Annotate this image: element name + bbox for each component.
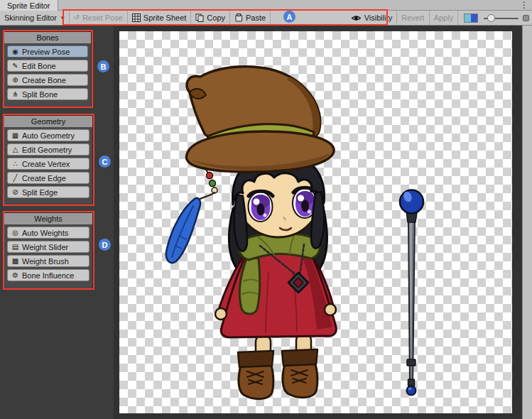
visibility-eye-icon xyxy=(351,14,362,22)
auto-weights-icon: ◎ xyxy=(11,229,19,236)
reset-pose-icon: ↺ xyxy=(74,14,80,21)
bones-panel-title: Bones xyxy=(4,32,91,43)
swatch-color-a xyxy=(465,14,471,22)
split-edge-button[interactable]: ⊘ Split Edge xyxy=(7,186,89,198)
skinning-editor-dropdown[interactable]: Skinning Editor ▾ xyxy=(0,11,70,25)
auto-geometry-label: Auto Geometry xyxy=(22,131,75,140)
edit-bone-icon: ✎ xyxy=(11,62,19,70)
visibility-label: Visibility xyxy=(364,13,393,22)
geometry-panel-buttons: ▦ Auto Geometry △ Edit Geometry ∴ Create… xyxy=(4,127,92,202)
bone-influence-label: Bone Influence xyxy=(22,271,74,280)
weight-slider-button[interactable]: ▤ Weight Slider xyxy=(7,241,89,253)
slider-knob[interactable] xyxy=(487,14,495,22)
skinning-editor-dropdown-label: Skinning Editor xyxy=(4,13,57,22)
vertical-scrollbar[interactable] xyxy=(522,26,532,419)
sprite-editor-tab[interactable]: Sprite Editor xyxy=(0,0,58,11)
sprite-artwork[interactable] xyxy=(119,31,512,413)
hat-feather-charm xyxy=(166,168,217,263)
swatch-color-b xyxy=(471,14,477,22)
revert-label: Revert xyxy=(401,13,424,22)
toolbar-spacer xyxy=(271,11,347,25)
weight-brush-label: Weight Brush xyxy=(22,257,69,266)
revert-button[interactable]: Revert xyxy=(397,11,429,25)
copy-button[interactable]: Copy xyxy=(191,11,230,25)
sprite-sheet-button[interactable]: Sprite Sheet xyxy=(128,11,192,25)
preview-pose-button[interactable]: ◉ Preview Pose xyxy=(7,45,88,58)
edit-bone-label: Edit Bone xyxy=(22,62,56,70)
split-edge-icon: ⊘ xyxy=(11,189,19,196)
skinning-toolbar: Skinning Editor ▾ ↺ Reset Pose Sprite Sh… xyxy=(0,11,532,26)
weights-panel: Weights ◎ Auto Weights ▤ Weight Slider ▩… xyxy=(4,212,93,289)
boots xyxy=(238,349,317,399)
copy-icon xyxy=(195,13,204,22)
auto-geometry-icon: ▦ xyxy=(11,132,19,139)
auto-weights-button[interactable]: ◎ Auto Weights xyxy=(7,227,89,239)
weight-slider-icon: ▤ xyxy=(11,244,19,251)
witch-hat xyxy=(186,67,334,172)
geometry-panel: Geometry ▦ Auto Geometry △ Edit Geometry… xyxy=(4,115,93,205)
auto-geometry-button[interactable]: ▦ Auto Geometry xyxy=(7,129,89,141)
apply-label: Apply xyxy=(434,13,454,22)
preview-pose-label: Preview Pose xyxy=(22,48,70,56)
edit-geometry-button[interactable]: △ Edit Geometry xyxy=(7,143,89,156)
create-bone-label: Create Bone xyxy=(22,76,66,85)
window-menu-button[interactable]: ⋮ xyxy=(520,0,528,11)
split-edge-label: Split Edge xyxy=(22,188,58,197)
weights-panel-buttons: ◎ Auto Weights ▤ Weight Slider ▩ Weight … xyxy=(4,224,92,285)
split-bone-label: Split Bone xyxy=(22,90,58,99)
copy-label: Copy xyxy=(207,13,225,22)
paste-button[interactable]: Paste xyxy=(230,11,271,25)
kebab-menu-icon: ⋮ xyxy=(520,0,528,10)
visibility-button[interactable]: Visibility xyxy=(347,11,398,25)
bones-panel: Bones ◉ Preview Pose ✎ Edit Bone ⊕ Creat… xyxy=(4,31,92,107)
create-edge-button[interactable]: ╱ Create Edge xyxy=(7,172,89,184)
split-bone-button[interactable]: ⋔ Split Bone xyxy=(7,88,88,100)
sprite-sheet-grid-icon xyxy=(132,13,141,22)
paste-label: Paste xyxy=(246,13,266,22)
create-vertex-button[interactable]: ∴ Create Vertex xyxy=(7,158,89,170)
create-bone-icon: ⊕ xyxy=(11,77,19,84)
create-vertex-label: Create Vertex xyxy=(22,160,70,168)
reset-pose-label: Reset Pose xyxy=(82,13,123,22)
sprite-editor-window: Sprite Editor ⋮ Skinning Editor ▾ ↺ Rese… xyxy=(0,0,532,419)
reset-pose-button[interactable]: ↺ Reset Pose xyxy=(70,11,128,25)
overlay-color-swatch[interactable] xyxy=(464,13,478,23)
paste-icon xyxy=(234,13,243,22)
apply-button[interactable]: Apply xyxy=(430,11,459,25)
bone-influence-icon: ⚙ xyxy=(11,272,19,279)
edit-geometry-icon: △ xyxy=(11,146,19,153)
auto-weights-label: Auto Weights xyxy=(22,229,68,237)
window-tab-bar: Sprite Editor ⋮ xyxy=(0,0,532,11)
weight-brush-button[interactable]: ▩ Weight Brush xyxy=(7,255,89,267)
weights-panel-title: Weights xyxy=(4,213,92,224)
edit-bone-button[interactable]: ✎ Edit Bone xyxy=(7,60,88,72)
create-bone-button[interactable]: ⊕ Create Bone xyxy=(7,74,88,86)
chevron-down-icon: ▾ xyxy=(61,14,65,21)
create-edge-label: Create Edge xyxy=(22,174,66,183)
opacity-slider[interactable] xyxy=(484,11,519,25)
tool-sidebar: Bones ◉ Preview Pose ✎ Edit Bone ⊕ Creat… xyxy=(0,26,114,419)
bone-influence-button[interactable]: ⚙ Bone Influence xyxy=(7,269,89,281)
staff-sprite xyxy=(400,190,423,396)
bones-panel-buttons: ◉ Preview Pose ✎ Edit Bone ⊕ Create Bone… xyxy=(4,43,91,104)
create-edge-icon: ╱ xyxy=(11,175,19,182)
create-vertex-icon: ∴ xyxy=(11,160,19,168)
mipmap-icon xyxy=(523,15,529,21)
split-bone-icon: ⋔ xyxy=(11,91,19,98)
edit-geometry-label: Edit Geometry xyxy=(22,146,72,154)
weight-brush-icon: ▩ xyxy=(11,258,19,265)
sprite-sheet-label: Sprite Sheet xyxy=(143,13,187,22)
geometry-panel-title: Geometry xyxy=(4,116,92,127)
main-area: Bones ◉ Preview Pose ✎ Edit Bone ⊕ Creat… xyxy=(0,26,532,419)
sprite-canvas[interactable] xyxy=(114,26,532,419)
character-sprite xyxy=(166,67,337,399)
transparency-checkerboard xyxy=(119,31,512,413)
sprite-editor-tab-label: Sprite Editor xyxy=(7,1,50,10)
weight-slider-label: Weight Slider xyxy=(22,243,68,251)
preview-pose-icon: ◉ xyxy=(11,48,19,55)
